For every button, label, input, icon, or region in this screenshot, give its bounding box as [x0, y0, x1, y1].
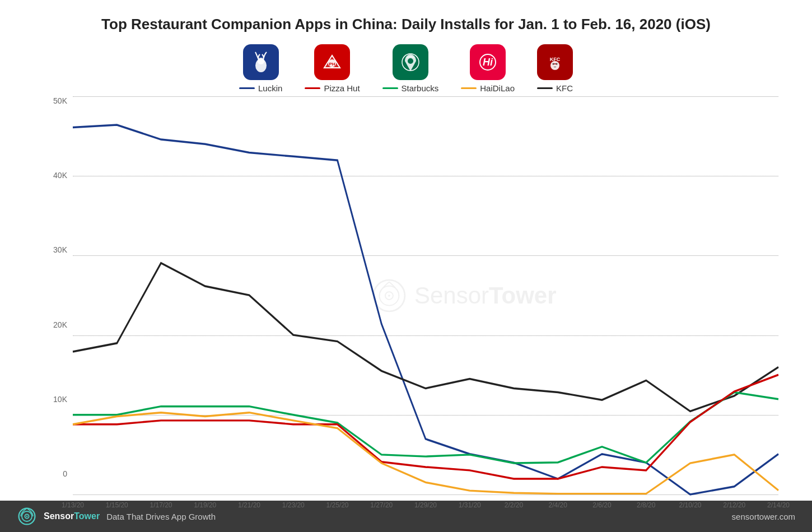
legend-area: Luckin PH Pizza Hut	[0, 39, 812, 96]
starbucks-line	[73, 392, 778, 463]
line-chart-svg	[73, 96, 778, 494]
chart-title: Top Restaurant Companion Apps in China: …	[0, 0, 812, 39]
x-label-16: 2/14/20	[767, 501, 790, 509]
x-label-5: 1/23/20	[282, 501, 305, 509]
footer-brand-tower: Tower	[74, 511, 100, 521]
legend-item-kfc: KFC KFC	[537, 44, 573, 93]
svg-point-22	[26, 516, 28, 517]
svg-point-6	[408, 58, 413, 64]
x-label-3: 1/19/20	[194, 501, 216, 509]
chart-plot-area: SensorTower 1/13/20 1/15/20	[73, 96, 778, 495]
x-axis-labels: 1/13/20 1/15/20 1/17/20 1/19/20 1/21/20 …	[73, 501, 778, 509]
x-label-15: 2/12/20	[723, 501, 745, 509]
grid-line-0	[73, 494, 778, 495]
legend-item-luckin: Luckin	[239, 44, 282, 93]
y-axis: 50K 40K 30K 20K 10K 0	[39, 96, 73, 495]
footer-left: SensorTower Data That Drives App Growth	[17, 506, 216, 526]
kfc-line	[73, 263, 778, 412]
x-label-14: 2/10/20	[679, 501, 701, 509]
footer-url: sensortower.com	[732, 512, 795, 521]
legend-label-kfc: KFC	[556, 83, 573, 93]
chart-container: Top Restaurant Companion Apps in China: …	[0, 0, 812, 532]
svg-text:Hi: Hi	[483, 57, 493, 68]
legend-label-pizzahut: Pizza Hut	[324, 83, 360, 93]
x-label-7: 1/27/20	[370, 501, 393, 509]
x-label-10: 2/2/20	[505, 501, 523, 509]
legend-item-haidilao: Hi HaiDiLao	[461, 44, 515, 93]
pizzahut-line	[73, 375, 778, 479]
y-label-20k: 20K	[53, 320, 67, 329]
starbucks-icon	[393, 44, 428, 80]
x-label-1: 1/15/20	[106, 501, 128, 509]
kfc-icon: KFC	[537, 44, 573, 80]
svg-point-12	[550, 61, 559, 70]
x-label-13: 2/8/20	[637, 501, 655, 509]
footer-brand-sensor: Sensor	[44, 511, 74, 521]
x-label-9: 1/31/20	[459, 501, 481, 509]
x-label-4: 1/21/20	[238, 501, 260, 509]
y-label-50k: 50K	[53, 96, 67, 105]
y-label-10k: 10K	[53, 395, 67, 404]
luckin-icon	[243, 44, 279, 80]
legend-item-pizzahut: PH Pizza Hut	[305, 44, 360, 93]
x-label-0: 1/13/20	[62, 501, 84, 509]
x-label-11: 2/4/20	[549, 501, 567, 509]
x-label-8: 1/29/20	[414, 501, 437, 509]
footer-logo-icon	[17, 506, 37, 526]
y-label-30k: 30K	[53, 245, 67, 254]
legend-label-luckin: Luckin	[258, 83, 282, 93]
pizzahut-icon: PH	[314, 44, 350, 80]
y-label-0: 0	[63, 469, 67, 478]
haidilao-icon: Hi	[470, 44, 506, 80]
legend-item-starbucks: Starbucks	[382, 44, 439, 93]
x-label-12: 2/6/20	[592, 501, 611, 509]
x-label-2: 1/17/20	[150, 501, 172, 509]
legend-label-haidilao: HaiDiLao	[480, 83, 515, 93]
svg-point-13	[552, 63, 554, 65]
svg-text:PH: PH	[329, 62, 335, 67]
chart-wrapper: 50K 40K 30K 20K 10K 0	[0, 96, 812, 501]
legend-label-starbucks: Starbucks	[402, 83, 439, 93]
y-label-40k: 40K	[53, 171, 67, 180]
footer-tagline: Data That Drives App Growth	[106, 512, 216, 521]
footer-brand: SensorTower	[44, 511, 100, 521]
x-label-6: 1/25/20	[326, 501, 348, 509]
svg-point-14	[556, 63, 557, 65]
svg-point-1	[258, 58, 264, 64]
